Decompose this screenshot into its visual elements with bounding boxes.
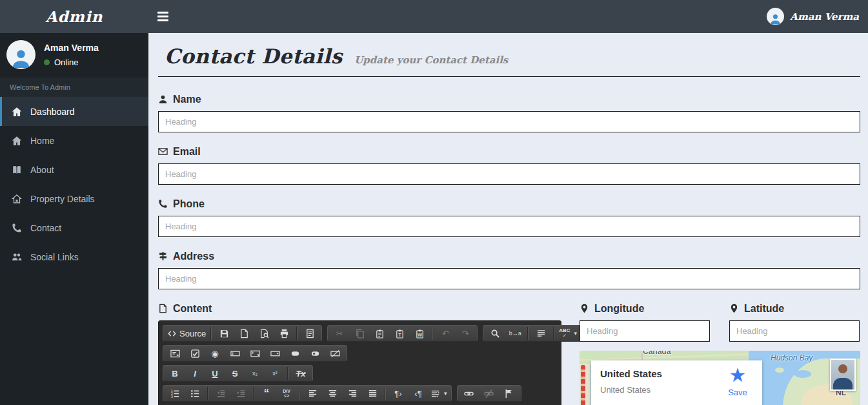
page-title: Contact Details — [165, 45, 343, 68]
find-button[interactable] — [485, 326, 505, 340]
sidebar-item-property-details[interactable]: Property Details — [0, 184, 148, 213]
paste-text-button[interactable] — [390, 326, 409, 340]
latitude-input[interactable] — [729, 320, 860, 342]
blockquote-button[interactable]: “ — [257, 386, 276, 400]
spell-check-button[interactable]: ABC✓ ▾ — [557, 326, 579, 340]
align-right-button[interactable] — [343, 386, 362, 400]
italic-button[interactable]: I — [185, 366, 205, 380]
sidebar-user-avatar — [6, 40, 35, 69]
cut-button[interactable]: ✂ — [330, 326, 349, 340]
bulleted-list-button[interactable] — [185, 386, 205, 400]
address-input[interactable] — [158, 268, 860, 289]
image-button-icon — [310, 349, 320, 358]
new-page-icon — [239, 329, 249, 338]
subscript-icon: x₂ — [252, 371, 257, 377]
email-input[interactable] — [158, 163, 860, 185]
unlink-button[interactable] — [479, 386, 499, 400]
textarea-button[interactable] — [245, 346, 265, 360]
phone-label: Phone — [158, 197, 860, 211]
name-label: Name — [158, 92, 860, 106]
brand-logo[interactable]: Admin — [0, 8, 148, 25]
select-field-icon — [270, 349, 280, 358]
hidden-field-button[interactable] — [325, 346, 345, 360]
undo-button[interactable]: ↶ — [436, 326, 455, 340]
bidi-rtl-icon: ‹¶ — [414, 389, 421, 398]
map-signs-icon — [158, 251, 168, 261]
radio-button[interactable]: ◉ — [205, 346, 225, 360]
content-and-map-row: Content Source ✂ — [158, 302, 860, 405]
strikethrough-button[interactable]: S — [225, 366, 245, 380]
save-button[interactable] — [214, 326, 234, 340]
hidden-field-icon — [330, 349, 340, 358]
paste-button[interactable] — [370, 326, 389, 340]
copy-button[interactable] — [350, 326, 369, 340]
image-button-button[interactable] — [305, 346, 325, 360]
map-widget[interactable]: Canada Hudson Bay NL United States Unite… — [580, 351, 860, 405]
user-icon — [769, 13, 782, 25]
longitude-input[interactable] — [580, 320, 710, 342]
new-page-button[interactable] — [234, 326, 254, 340]
sidebar-item-contact[interactable]: Contact — [0, 213, 148, 242]
phone-input[interactable] — [158, 216, 860, 237]
map-info-card: United States United States ★ Save — [591, 360, 762, 405]
underline-button[interactable]: U — [205, 366, 225, 380]
editor-toolbar-row-2: ◉ — [163, 345, 557, 362]
superscript-button[interactable]: x² — [265, 366, 285, 380]
paste-word-button[interactable] — [410, 326, 429, 340]
content-label: Content — [158, 302, 561, 315]
copy-icon — [355, 329, 365, 338]
file-icon — [158, 304, 168, 313]
users-icon — [12, 252, 22, 262]
geo-column: Longitude Latitude — [580, 302, 860, 405]
star-icon: ★ — [722, 366, 753, 385]
templates-button[interactable] — [300, 326, 319, 340]
main-content: Contact Details Update your Contact Deta… — [148, 33, 868, 405]
longitude-label: Longitude — [580, 302, 710, 315]
form-button[interactable] — [165, 346, 185, 360]
bold-button[interactable]: B — [165, 366, 185, 380]
select-field-button[interactable] — [265, 346, 285, 360]
checkbox-button[interactable] — [185, 346, 205, 360]
numbered-list-icon — [170, 389, 180, 399]
sidebar-item-home[interactable]: Home — [0, 126, 148, 155]
sidebar-item-dashboard[interactable]: Dashboard — [0, 97, 148, 126]
remove-format-button[interactable]: Tx — [291, 366, 310, 380]
topbar-user-menu[interactable]: Aman Verma — [767, 8, 868, 25]
align-left-button[interactable] — [303, 386, 322, 400]
source-button[interactable]: Source — [165, 326, 208, 340]
indent-button[interactable] — [231, 386, 250, 400]
text-field-button[interactable] — [225, 346, 245, 360]
bidi-ltr-button[interactable]: ¶› — [389, 386, 408, 400]
map-border-highlight — [581, 365, 585, 405]
replace-button[interactable]: b→a — [505, 326, 525, 340]
menu-toggle-icon[interactable] — [157, 12, 168, 21]
print-button[interactable] — [274, 326, 294, 340]
geo-fields-row: Longitude Latitude — [580, 302, 860, 342]
div-container-button[interactable]: DIV<> — [277, 386, 296, 400]
justify-button[interactable] — [363, 386, 382, 400]
align-center-button[interactable] — [323, 386, 342, 400]
preview-button[interactable] — [254, 326, 274, 340]
select-all-button[interactable] — [531, 326, 550, 340]
select-all-icon — [536, 329, 546, 338]
sidebar-item-social-links[interactable]: Social Links — [0, 242, 148, 271]
subscript-button[interactable]: x₂ — [245, 366, 265, 380]
page-subtitle: Update your Contact Details — [354, 54, 508, 66]
link-icon — [464, 389, 474, 399]
name-input[interactable] — [158, 111, 860, 132]
redo-button[interactable]: ↷ — [456, 326, 475, 340]
numbered-list-button[interactable] — [165, 386, 185, 400]
bidi-rtl-button[interactable]: ‹¶ — [409, 386, 428, 400]
remove-format-icon: Tx — [296, 369, 305, 379]
button-button[interactable] — [285, 346, 305, 360]
language-button[interactable]: ▾ — [429, 386, 449, 400]
map-save-button[interactable]: ★ Save — [722, 366, 753, 397]
map-photo-thumbnail[interactable] — [830, 358, 856, 391]
bidi-ltr-icon: ¶› — [394, 389, 401, 398]
link-button[interactable] — [459, 386, 479, 400]
text-field-icon — [230, 349, 240, 358]
div-icon: DIV<> — [283, 389, 290, 398]
sidebar-item-about[interactable]: About — [0, 155, 148, 184]
anchor-button[interactable] — [500, 386, 519, 400]
outdent-button[interactable] — [211, 386, 230, 400]
